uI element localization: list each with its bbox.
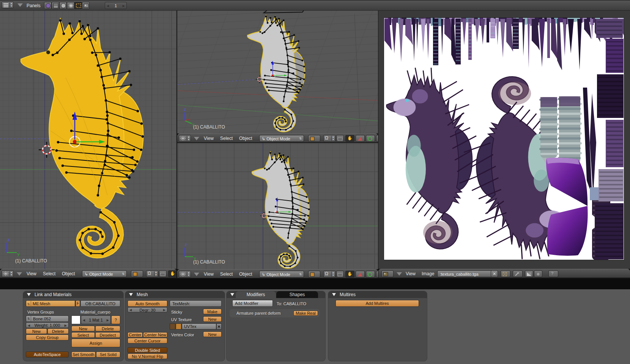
svg-text:(1) CABALLITO: (1) CABALLITO	[193, 124, 225, 130]
svg-text:y: y	[17, 252, 20, 256]
svg-text:(1) CABALLITO: (1) CABALLITO	[15, 258, 47, 264]
svg-text:z: z	[8, 237, 10, 242]
svg-text:(1) CABALLITO: (1) CABALLITO	[193, 259, 225, 265]
svg-text:z: z	[184, 107, 186, 111]
svg-text:z: z	[185, 243, 187, 247]
